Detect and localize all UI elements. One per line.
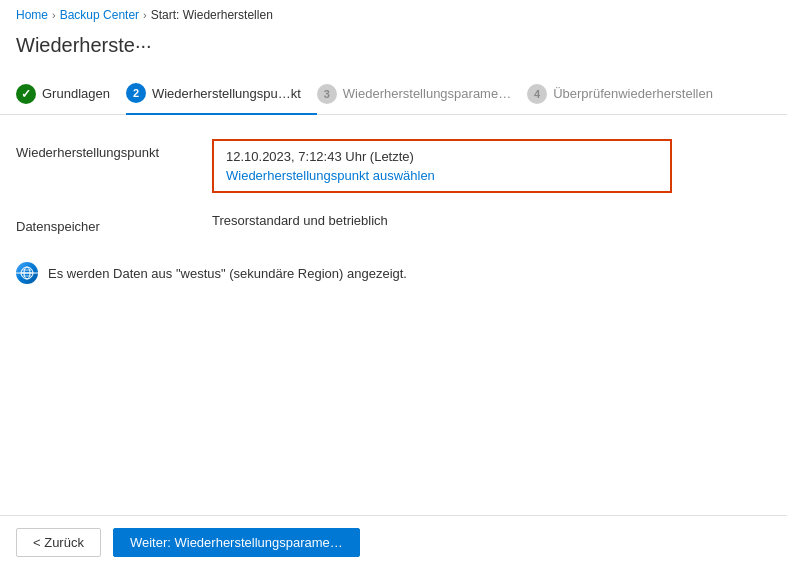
breadcrumb-sep-1: › [52, 9, 56, 21]
data-store-row: Datenspeicher Tresorstandard und betrieb… [16, 213, 771, 234]
page-title: Wiederherste··· [0, 30, 787, 73]
wizard-step-uberprufenwiederherstellen[interactable]: 4 Überprüfenwiederherstellen [527, 74, 729, 114]
next-button[interactable]: Weiter: Wiederherstellungsparame… [113, 528, 360, 557]
wizard-steps: ✓ Grundlagen 2 Wiederherstellungspu…kt 3… [0, 73, 787, 115]
recovery-point-box: 12.10.2023, 7:12:43 Uhr (Letzte) Wiederh… [212, 139, 672, 193]
info-text: Es werden Daten aus "westus" (sekundäre … [48, 266, 407, 281]
breadcrumb-backup-center[interactable]: Backup Center [60, 8, 139, 22]
step2-number: 2 [126, 83, 146, 103]
data-store-value: Tresorstandard und betrieblich [212, 213, 771, 228]
recovery-point-select-link[interactable]: Wiederherstellungspunkt auswählen [226, 168, 435, 183]
wizard-step-grundlagen[interactable]: ✓ Grundlagen [16, 74, 126, 114]
step4-label: Überprüfenwiederherstellen [553, 86, 713, 101]
svg-point-1 [24, 267, 30, 279]
recovery-point-value: 12.10.2023, 7:12:43 Uhr (Letzte) Wiederh… [212, 139, 771, 193]
step3-number: 3 [317, 84, 337, 104]
step1-label: Grundlagen [42, 86, 110, 101]
breadcrumb: Home › Backup Center › Start: Wiederhers… [0, 0, 787, 30]
step4-number: 4 [527, 84, 547, 104]
data-store-label: Datenspeicher [16, 213, 196, 234]
footer: < Zurück Weiter: Wiederherstellungsparam… [0, 515, 787, 569]
globe-icon [16, 262, 38, 284]
recovery-point-label: Wiederherstellungspunkt [16, 139, 196, 160]
info-row: Es werden Daten aus "westus" (sekundäre … [16, 254, 771, 292]
main-content: Wiederherstellungspunkt 12.10.2023, 7:12… [0, 115, 787, 515]
data-store-text: Tresorstandard und betrieblich [212, 209, 388, 228]
wizard-step-wiederherstellungsparameter[interactable]: 3 Wiederherstellungsparame… [317, 74, 527, 114]
breadcrumb-sep-2: › [143, 9, 147, 21]
recovery-point-row: Wiederherstellungspunkt 12.10.2023, 7:12… [16, 139, 771, 193]
wizard-step-wiederherstellungspunkt[interactable]: 2 Wiederherstellungspu…kt [126, 73, 317, 115]
back-button[interactable]: < Zurück [16, 528, 101, 557]
step1-check-icon: ✓ [16, 84, 36, 104]
recovery-point-date: 12.10.2023, 7:12:43 Uhr (Letzte) [226, 149, 658, 164]
svg-point-0 [21, 267, 33, 279]
step3-label: Wiederherstellungsparame… [343, 86, 511, 101]
breadcrumb-current: Start: Wiederherstellen [151, 8, 273, 22]
step2-label: Wiederherstellungspu…kt [152, 86, 301, 101]
breadcrumb-home[interactable]: Home [16, 8, 48, 22]
